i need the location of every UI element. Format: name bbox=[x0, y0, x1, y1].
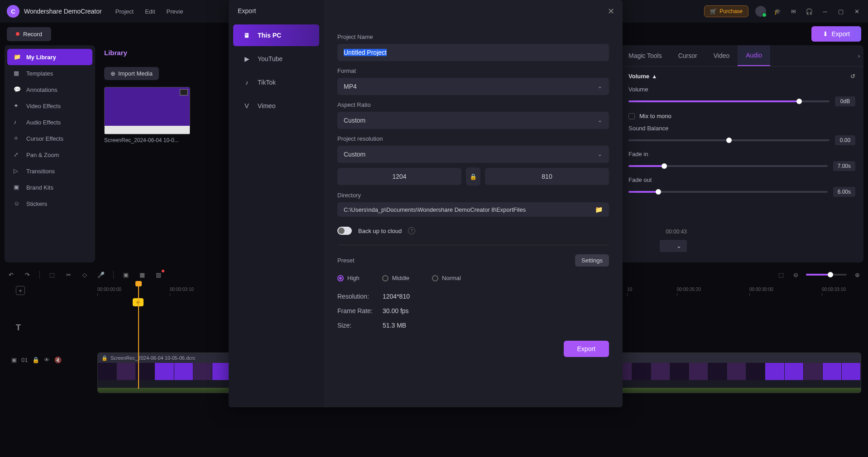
playhead[interactable] bbox=[138, 285, 139, 389]
tab-video[interactable]: Video bbox=[705, 46, 738, 66]
chevron-right-icon[interactable]: › bbox=[858, 52, 860, 59]
aspect-lock-icon[interactable]: 🔒 bbox=[466, 167, 480, 186]
height-input[interactable] bbox=[485, 168, 609, 185]
academy-icon[interactable]: 🎓 bbox=[773, 7, 782, 16]
mix-mono-checkbox[interactable] bbox=[628, 113, 635, 119]
tab-audio[interactable]: Audio bbox=[738, 45, 770, 66]
fadeout-slider[interactable] bbox=[628, 191, 828, 193]
mail-icon[interactable]: ✉ bbox=[789, 7, 798, 16]
resolution-label: Project resolution bbox=[337, 135, 609, 142]
media-clip[interactable]: ScreenRec_2024-06-04 10-0... bbox=[104, 87, 190, 143]
minimize-icon[interactable]: ─ bbox=[820, 7, 830, 16]
sidebar-stickers[interactable]: ☺Stickers bbox=[5, 195, 95, 212]
sidebar-templates[interactable]: ▦Templates bbox=[5, 65, 95, 81]
preset-middle[interactable]: Middle bbox=[382, 275, 409, 281]
sidebar-my-library[interactable]: 📁My Library bbox=[7, 49, 92, 65]
radio-icon bbox=[337, 275, 344, 281]
support-icon[interactable]: 🎧 bbox=[805, 7, 814, 16]
preset-high[interactable]: High bbox=[337, 275, 360, 281]
split-icon[interactable]: ✂ bbox=[64, 271, 72, 279]
preset-label: Preset bbox=[337, 257, 355, 264]
close-window-icon[interactable]: ✕ bbox=[852, 7, 861, 16]
sidebar-transitions[interactable]: ▷Transitions bbox=[5, 163, 95, 179]
aspect-ratio-select[interactable]: Custom bbox=[337, 112, 609, 129]
text-track-icon[interactable]: T bbox=[7, 303, 97, 352]
reset-icon[interactable]: ↺ bbox=[850, 73, 855, 80]
zoom-dropdown[interactable]: ⌄ bbox=[660, 240, 687, 252]
close-dialog-icon[interactable]: ✕ bbox=[608, 6, 614, 16]
sidebar-video-effects[interactable]: ✦Video Effects bbox=[5, 98, 95, 114]
redo-icon[interactable]: ↷ bbox=[23, 271, 31, 279]
stickers-icon: ☺ bbox=[14, 200, 21, 207]
tiktok-icon: ♪ bbox=[242, 78, 251, 87]
sidebar-cursor-effects[interactable]: ✧Cursor Effects bbox=[5, 130, 95, 147]
sidebar-annotations[interactable]: 💬Annotations bbox=[5, 81, 95, 98]
export-icon: ⬇ bbox=[823, 30, 828, 38]
track-mute-icon[interactable]: 🔇 bbox=[54, 357, 62, 363]
volume-label: Volume bbox=[628, 86, 855, 93]
record-button[interactable]: Record bbox=[7, 27, 51, 41]
volume-section-header[interactable]: Volume ▴ ↺ bbox=[628, 73, 855, 80]
volume-slider[interactable] bbox=[628, 100, 830, 102]
preset-normal[interactable]: Normal bbox=[432, 275, 461, 281]
youtube-icon: ▶ bbox=[242, 54, 251, 63]
fit-icon[interactable]: ⬚ bbox=[777, 271, 785, 279]
menu-project[interactable]: Project bbox=[115, 8, 134, 15]
user-avatar-icon[interactable] bbox=[755, 6, 766, 17]
batch-icon[interactable]: ▥ bbox=[154, 271, 163, 279]
group-icon[interactable]: ▣ bbox=[122, 271, 130, 279]
library-tab[interactable]: Library bbox=[104, 45, 127, 60]
maximize-icon[interactable]: ▢ bbox=[836, 7, 845, 16]
menu-preview[interactable]: Previe bbox=[167, 8, 183, 15]
zoom-slider[interactable] bbox=[806, 274, 847, 276]
audio-fx-icon: ♪ bbox=[14, 119, 21, 126]
format-select[interactable]: MP4 bbox=[337, 78, 609, 95]
balance-slider[interactable] bbox=[628, 139, 830, 141]
track-lock-icon[interactable]: 🔒 bbox=[32, 357, 39, 363]
directory-input[interactable]: C:\Users\nda_p\Documents\Wondershare Dem… bbox=[344, 206, 591, 213]
import-media-button[interactable]: ⊕ Import Media bbox=[104, 67, 159, 80]
properties-panel: Magic Tools Cursor Video Audio › Volume … bbox=[620, 45, 863, 262]
track-visibility-icon[interactable]: 👁 bbox=[44, 357, 50, 363]
dest-youtube[interactable]: ▶YouTube bbox=[233, 48, 319, 70]
dest-this-pc[interactable]: 🖥This PC bbox=[233, 24, 319, 46]
export-button[interactable]: ⬇ Export bbox=[811, 26, 861, 42]
undo-icon[interactable]: ↶ bbox=[7, 271, 15, 279]
video-fx-icon: ✦ bbox=[14, 102, 21, 109]
resolution-select[interactable]: Custom bbox=[337, 146, 609, 163]
dialog-title: Export bbox=[238, 7, 256, 14]
settings-button[interactable]: Settings bbox=[575, 254, 609, 267]
cart-icon: 🛒 bbox=[710, 8, 717, 14]
zoom-in-icon[interactable]: ⊕ bbox=[853, 271, 861, 279]
tab-magic-tools[interactable]: Magic Tools bbox=[620, 46, 670, 66]
zoom-out-icon[interactable]: ⊖ bbox=[791, 271, 800, 279]
ungroup-icon[interactable]: ▦ bbox=[138, 271, 146, 279]
fadein-slider[interactable] bbox=[628, 165, 828, 167]
tab-cursor[interactable]: Cursor bbox=[670, 46, 705, 66]
project-name-input[interactable]: Untitled Project bbox=[337, 44, 609, 61]
width-input[interactable] bbox=[337, 168, 461, 185]
dest-tiktok[interactable]: ♪TikTok bbox=[233, 71, 319, 93]
sidebar-pan-zoom[interactable]: ⤢Pan & Zoom bbox=[5, 147, 95, 163]
marker-icon[interactable]: ◇ bbox=[81, 271, 89, 279]
sidebar-brand-kits[interactable]: ▣Brand Kits bbox=[5, 179, 95, 195]
main-menu: Project Edit Previe bbox=[115, 8, 183, 15]
help-icon[interactable]: ? bbox=[408, 227, 415, 234]
fadein-value[interactable]: 7.00s bbox=[833, 161, 855, 171]
dest-vimeo[interactable]: VVimeo bbox=[233, 95, 319, 117]
left-sidebar: 📁My Library ▦Templates 💬Annotations ✦Vid… bbox=[5, 45, 95, 262]
menu-edit[interactable]: Edit bbox=[145, 8, 155, 15]
backup-cloud-toggle[interactable] bbox=[337, 227, 352, 235]
purchase-button[interactable]: 🛒 Purchase bbox=[704, 5, 748, 17]
volume-value[interactable]: 0dB bbox=[835, 96, 855, 106]
add-track-button[interactable]: + bbox=[16, 286, 25, 295]
pan-zoom-icon: ⤢ bbox=[14, 151, 21, 158]
export-confirm-button[interactable]: Export bbox=[564, 341, 609, 357]
voiceover-icon[interactable]: 🎤 bbox=[97, 271, 105, 279]
fadeout-value[interactable]: 6.00s bbox=[833, 187, 855, 197]
browse-folder-icon[interactable]: 📁 bbox=[595, 206, 603, 213]
crop-icon[interactable]: ⬚ bbox=[48, 271, 56, 279]
sidebar-audio-effects[interactable]: ♪Audio Effects bbox=[5, 114, 95, 130]
balance-value[interactable]: 0.00 bbox=[835, 135, 855, 145]
track-type-icon: ▣ bbox=[11, 357, 17, 363]
